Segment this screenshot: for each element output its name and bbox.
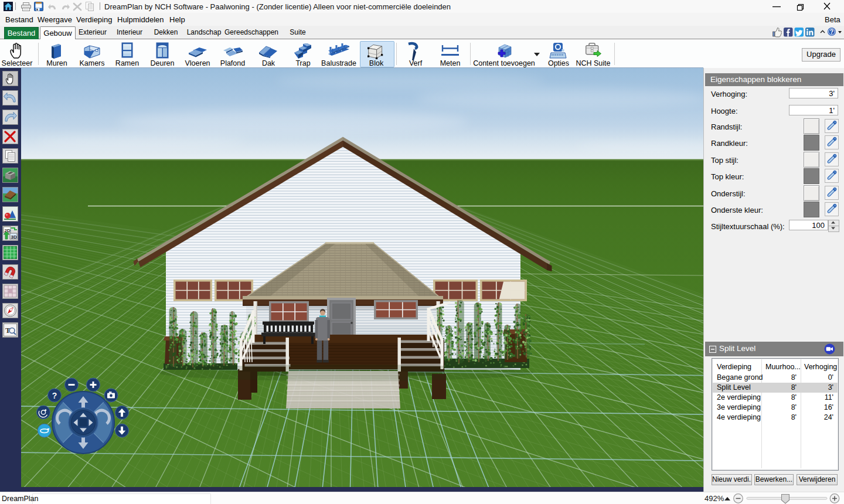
svg-text:?: ?	[830, 28, 833, 35]
svg-text:3D: 3D	[11, 234, 17, 240]
svg-text:2D: 2D	[5, 228, 11, 233]
svg-text:?: ?	[52, 391, 57, 400]
